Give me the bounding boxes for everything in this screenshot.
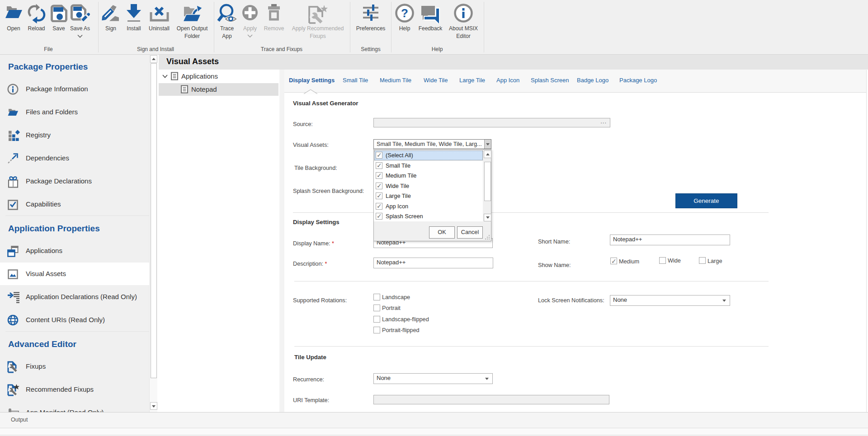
svg-text:?: ? <box>401 6 408 20</box>
